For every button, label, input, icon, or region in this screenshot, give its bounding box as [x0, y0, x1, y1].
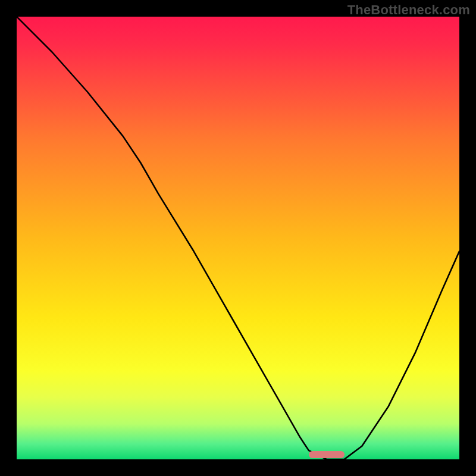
plot-area — [17, 17, 459, 459]
watermark-text: TheBottleneck.com — [347, 2, 470, 18]
optimal-range-marker — [309, 451, 345, 458]
chart-svg — [17, 17, 459, 459]
gradient-rect — [17, 17, 459, 459]
chart-frame: TheBottleneck.com — [0, 0, 476, 476]
